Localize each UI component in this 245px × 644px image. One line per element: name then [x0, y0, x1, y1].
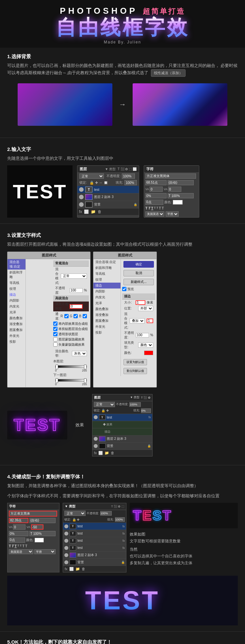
tsub-icon[interactable]: T [156, 206, 158, 210]
stroke-type-select[interactable]: 颜色 [138, 342, 153, 348]
blend-mode-select[interactable]: 正常 [61, 273, 87, 279]
layers-add-icon[interactable]: ⬜ [84, 209, 89, 214]
blend-opacity-input[interactable] [70, 288, 83, 293]
font-size-input[interactable] [145, 180, 167, 185]
s4-smooth-select[interactable]: 平滑 [34, 549, 56, 554]
smooth-select[interactable]: 平滑 [166, 211, 179, 217]
stroke-item-10[interactable]: 外发光 [93, 324, 121, 330]
stroke-item-8[interactable]: 渐变叠加 [93, 312, 121, 318]
opacity-input[interactable] [122, 173, 135, 179]
fill-input[interactable] [124, 180, 137, 185]
stroke-item-4[interactable]: 内阴影 [93, 289, 121, 294]
lp-eye-test[interactable] [94, 415, 98, 419]
lp-s4-row-1[interactable]: T test fx [63, 530, 126, 537]
preview-checkbox[interactable] [122, 287, 126, 291]
lp-s4-fill-input[interactable] [115, 517, 125, 522]
char-s4-va1-input[interactable] [13, 524, 25, 530]
t-aa-icon[interactable]: T [159, 206, 161, 210]
stroke-item-9[interactable]: 图案叠加 [93, 318, 121, 324]
baseline-input[interactable] [145, 200, 163, 205]
s4-lang-select[interactable]: 美国英语 [9, 549, 33, 554]
tu-icon[interactable]: T [151, 206, 153, 210]
lp-s4-eye-layer2[interactable] [64, 553, 68, 557]
lp-s4-row-layer2[interactable]: 图层 2 副本 3 [63, 552, 126, 559]
stroke-item-1[interactable]: 斜面和浮雕 [93, 265, 121, 271]
stroke-blend-select[interactable]: 叠加 [130, 318, 145, 323]
layers-folder-icon[interactable]: 📁 [91, 209, 96, 214]
eye-icon-1[interactable] [79, 195, 84, 199]
lp-s4-row-bg[interactable]: 背景 🔒 [63, 559, 126, 566]
r-checkbox[interactable] [64, 314, 69, 318]
below-slider-handle-left[interactable] [56, 378, 58, 383]
ti-icon[interactable]: T [148, 206, 151, 210]
cancel-btn[interactable]: 取消 [123, 270, 154, 276]
checkbox-0[interactable] [53, 322, 57, 326]
blend-item-3[interactable]: 纹理 [8, 286, 25, 292]
t-bb-icon[interactable]: T [162, 206, 164, 210]
blend-item-7[interactable]: 光泽 [8, 309, 25, 315]
lp-s4-eye-1[interactable] [64, 532, 68, 536]
lp-s4-fx-btn[interactable]: fx [65, 567, 68, 571]
char-s4-size-input[interactable] [9, 518, 28, 523]
blend-item-1[interactable]: 斜面和浮雕 [8, 270, 25, 280]
lp-s4-row-0[interactable]: T test fx [63, 523, 126, 530]
lp-s4-add-btn[interactable]: ⬜ [69, 567, 74, 571]
ok-btn[interactable]: 确定 [123, 261, 154, 268]
blend-item-6[interactable]: 内发光 [8, 304, 25, 309]
lp-s3-add-btn[interactable]: ⬜ [98, 451, 103, 455]
reset-default-btn[interactable]: 复位到默认值 [123, 368, 147, 374]
stroke-item-5[interactable]: 内发光 [93, 294, 121, 300]
blend-item-0[interactable]: 混合选项:自定 [8, 259, 25, 270]
below-layer-slider[interactable] [55, 379, 87, 382]
this-layer-slider[interactable] [55, 365, 87, 368]
stroke-pos-select[interactable]: 外部 [138, 306, 153, 311]
layer-row-0[interactable]: T test [77, 186, 139, 193]
blend-item-9[interactable]: 渐变叠加 [8, 321, 25, 327]
char-s4-auto-input[interactable] [29, 518, 56, 523]
scale-h-input[interactable] [168, 193, 194, 198]
blend-item-2[interactable]: 等高线 [8, 280, 25, 286]
blend-item-4[interactable]: 描边 [8, 292, 25, 298]
lp-s4-folder-btn[interactable]: 📁 [75, 567, 80, 571]
stroke-item-active[interactable]: 描边 [93, 283, 121, 289]
blend-item-12[interactable]: 投影 [8, 339, 25, 345]
b-checkbox[interactable] [83, 314, 87, 318]
blend-item-8[interactable]: 颜色叠加 [8, 315, 25, 321]
color-swatch[interactable] [173, 200, 183, 205]
lp-row-bg[interactable]: 背景 🔒 [92, 443, 152, 450]
char-s4-font-input[interactable] [9, 511, 57, 517]
lp-s3-fx-btn[interactable]: fx [94, 451, 97, 455]
s4-tu-icon[interactable]: T [14, 544, 17, 548]
set-default-btn[interactable]: 设置为默认值 [123, 359, 147, 365]
s4-ti-icon[interactable]: T [12, 544, 14, 548]
language-select[interactable]: 美国英语 [145, 211, 164, 217]
lp-s3-fill-input[interactable] [141, 408, 151, 413]
lp-s4-mode-select[interactable]: 正常 [64, 511, 86, 516]
font-auto-input[interactable] [168, 180, 194, 185]
lp-row-test[interactable]: T test fx [92, 414, 152, 421]
s4-t-icon[interactable]: T [9, 544, 11, 548]
layers-tab[interactable]: 图层 [80, 167, 87, 172]
blend-item-11[interactable]: 外发光 [8, 333, 25, 339]
lp-s3-mode-select[interactable]: 正常 [94, 402, 115, 407]
lp-s4-row-2[interactable]: T test fx [63, 537, 126, 544]
blend-fill-input[interactable] [70, 304, 83, 309]
stroke-item-2[interactable]: 等高线 [93, 271, 121, 277]
t-icon[interactable]: T [145, 206, 148, 210]
s4-tsup-icon[interactable]: T [17, 544, 19, 548]
checkbox-2[interactable] [53, 332, 57, 336]
scale-v-input[interactable] [145, 193, 167, 198]
char-s4-baseline-input[interactable] [9, 537, 25, 543]
lp-s4-eye-0[interactable] [64, 524, 68, 528]
stroke-item-3[interactable]: 纹理 [93, 277, 121, 283]
eye-icon-0[interactable] [79, 187, 84, 192]
stroke-color-swatch[interactable] [144, 351, 153, 355]
stroke-item-11[interactable]: 投影 [93, 330, 121, 336]
char-s4-scaleh-input[interactable] [29, 531, 56, 536]
s4-tb-icon[interactable]: T [25, 544, 27, 548]
s4-color-swatch[interactable] [35, 538, 44, 542]
lp-row-layer2[interactable]: 图层 2 副本 3 [92, 436, 152, 443]
va2-input[interactable] [168, 187, 181, 192]
s4-ta-icon[interactable]: T [22, 544, 24, 548]
blend-if-select[interactable]: 灰色 [72, 351, 87, 356]
